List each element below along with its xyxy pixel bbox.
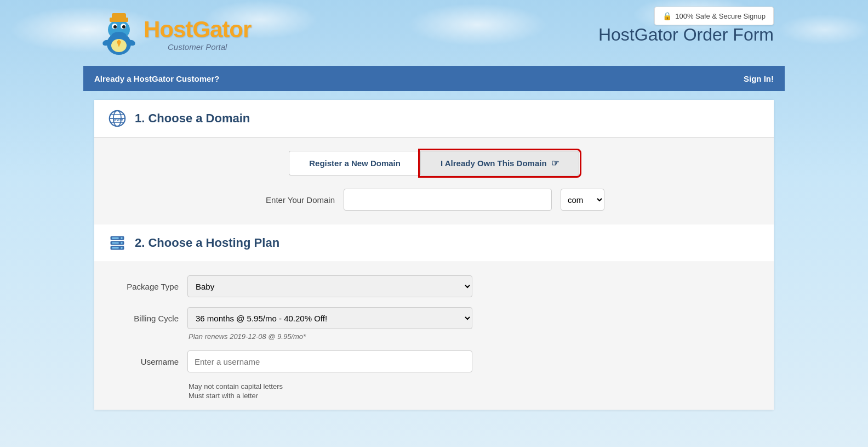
domain-section: Register a New Domain I Already Own This… bbox=[94, 138, 774, 224]
logo-area: HostGator Customer Portal bbox=[94, 10, 251, 59]
mascot-image bbox=[94, 10, 144, 59]
svg-text:WWW: WWW bbox=[113, 117, 123, 121]
package-label: Package Type bbox=[107, 282, 179, 291]
logo-text: HostGator bbox=[144, 18, 251, 41]
username-label: Username bbox=[107, 357, 179, 366]
svg-rect-26 bbox=[112, 242, 118, 244]
svg-point-24 bbox=[121, 247, 123, 249]
tab-own-domain[interactable]: I Already Own This Domain ☞ bbox=[420, 151, 579, 176]
section1-title: 1. Choose a Domain bbox=[135, 111, 250, 126]
domain-input[interactable] bbox=[344, 189, 552, 211]
globe-icon: WWW bbox=[107, 109, 127, 128]
svg-rect-27 bbox=[112, 247, 118, 249]
username-input[interactable] bbox=[187, 350, 472, 372]
navbar: Already a HostGator Customer? Sign In! bbox=[83, 66, 785, 91]
domain-tabs: Register a New Domain I Already Own This… bbox=[107, 151, 761, 176]
domain-label: Enter Your Domain bbox=[264, 195, 335, 205]
hosting-section: Package Type Baby Billing Cycle 36 month… bbox=[94, 262, 774, 410]
svg-point-23 bbox=[121, 242, 123, 244]
billing-cycle-select[interactable]: 36 months @ 5.95/mo - 40.20% Off! 24 mon… bbox=[187, 307, 472, 329]
svg-rect-11 bbox=[112, 13, 126, 20]
order-form-title: HostGator Order Form bbox=[598, 25, 774, 45]
main-content: WWW 1. Choose a Domain Register a New Do… bbox=[94, 100, 774, 410]
security-badge: 🔒 100% Safe & Secure Signup bbox=[654, 7, 774, 25]
username-rule-2: Must start with a letter bbox=[189, 392, 761, 400]
username-row: Username bbox=[107, 350, 761, 372]
plan-renews-note: Plan renews 2019-12-08 @ 9.95/mo* bbox=[189, 332, 761, 341]
signin-link[interactable]: Sign In! bbox=[744, 74, 774, 83]
security-badge-text: 100% Safe & Secure Signup bbox=[675, 12, 766, 20]
domain-tld-select[interactable]: com net org info bbox=[561, 189, 604, 211]
billing-label: Billing Cycle bbox=[107, 314, 179, 323]
username-rules: May not contain capital letters Must sta… bbox=[189, 382, 761, 400]
package-type-row: Package Type Baby bbox=[107, 275, 761, 297]
package-type-select[interactable]: Baby bbox=[187, 275, 472, 297]
section2-header: 2. Choose a Hosting Plan bbox=[94, 224, 774, 262]
cursor-icon: ☞ bbox=[551, 158, 559, 168]
section2-title: 2. Choose a Hosting Plan bbox=[135, 236, 279, 250]
svg-point-22 bbox=[121, 237, 123, 239]
lock-icon: 🔒 bbox=[663, 12, 672, 20]
navbar-customer-text: Already a HostGator Customer? bbox=[94, 74, 219, 83]
section1-header: WWW 1. Choose a Domain bbox=[94, 100, 774, 138]
server-icon bbox=[107, 233, 127, 253]
svg-point-5 bbox=[113, 25, 117, 29]
hosting-content: Package Type Baby Billing Cycle 36 month… bbox=[94, 262, 774, 410]
tab-register-domain[interactable]: Register a New Domain bbox=[289, 151, 420, 176]
logo-text-area: HostGator Customer Portal bbox=[144, 18, 251, 52]
svg-point-6 bbox=[122, 25, 125, 29]
username-rule-1: May not contain capital letters bbox=[189, 382, 761, 391]
billing-cycle-row: Billing Cycle 36 months @ 5.95/mo - 40.2… bbox=[107, 307, 761, 329]
svg-rect-25 bbox=[112, 237, 118, 239]
domain-input-row: Enter Your Domain com net org info bbox=[107, 189, 761, 211]
portal-subtitle: Customer Portal bbox=[144, 42, 251, 52]
